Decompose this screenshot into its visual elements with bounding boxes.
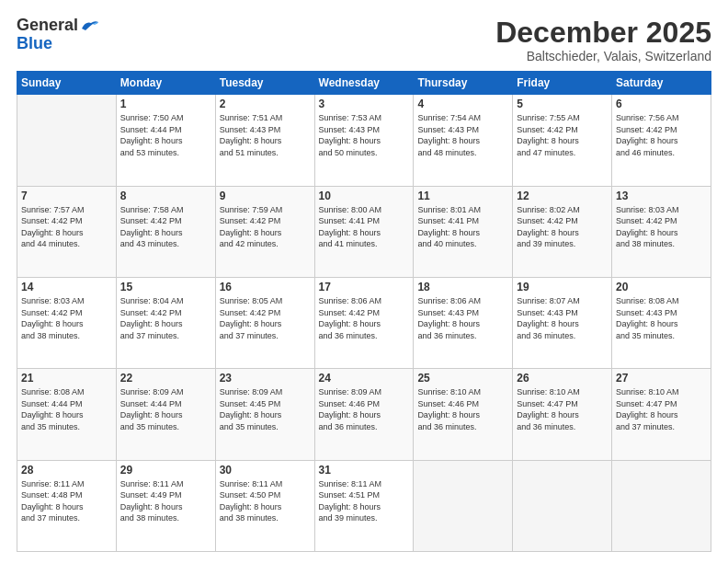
day-number: 19 (517, 281, 608, 293)
day-number: 27 (616, 372, 707, 385)
day-info: Sunrise: 8:00 AM Sunset: 4:41 PM Dayligh… (319, 204, 410, 250)
day-number: 24 (319, 372, 410, 385)
day-number: 8 (120, 190, 211, 202)
calendar-cell: 12Sunrise: 8:02 AM Sunset: 4:42 PM Dayli… (513, 186, 612, 277)
day-info: Sunrise: 8:08 AM Sunset: 4:43 PM Dayligh… (616, 295, 707, 341)
day-number: 30 (220, 464, 311, 477)
calendar-cell: 18Sunrise: 8:06 AM Sunset: 4:43 PM Dayli… (414, 277, 513, 368)
day-number: 22 (120, 372, 211, 385)
day-number: 2 (220, 98, 311, 110)
day-info: Sunrise: 8:08 AM Sunset: 4:44 PM Dayligh… (21, 386, 112, 432)
day-info: Sunrise: 8:09 AM Sunset: 4:45 PM Dayligh… (220, 386, 311, 432)
day-number: 17 (319, 281, 410, 293)
calendar-cell: 2Sunrise: 7:51 AM Sunset: 4:43 PM Daylig… (215, 95, 314, 186)
day-number: 3 (319, 98, 410, 110)
day-info: Sunrise: 8:04 AM Sunset: 4:42 PM Dayligh… (120, 295, 211, 341)
day-info: Sunrise: 8:11 AM Sunset: 4:50 PM Dayligh… (220, 478, 311, 524)
day-info: Sunrise: 7:54 AM Sunset: 4:43 PM Dayligh… (417, 112, 508, 158)
header: General Blue December 2025 Baltschieder,… (17, 17, 711, 63)
day-number: 5 (517, 98, 608, 110)
title-block: December 2025 Baltschieder, Valais, Swit… (495, 17, 711, 63)
calendar-cell (612, 460, 711, 551)
day-info: Sunrise: 7:58 AM Sunset: 4:42 PM Dayligh… (120, 204, 211, 250)
col-header-tuesday: Tuesday (215, 72, 314, 95)
logo-general: General (17, 17, 78, 35)
calendar-cell: 6Sunrise: 7:56 AM Sunset: 4:42 PM Daylig… (612, 95, 711, 186)
day-number: 18 (417, 281, 508, 293)
calendar-cell: 16Sunrise: 8:05 AM Sunset: 4:42 PM Dayli… (215, 277, 314, 368)
calendar-cell: 1Sunrise: 7:50 AM Sunset: 4:44 PM Daylig… (116, 95, 215, 186)
day-info: Sunrise: 8:11 AM Sunset: 4:49 PM Dayligh… (120, 478, 211, 524)
day-number: 4 (417, 98, 508, 110)
calendar-cell: 17Sunrise: 8:06 AM Sunset: 4:42 PM Dayli… (314, 277, 414, 368)
day-info: Sunrise: 8:07 AM Sunset: 4:43 PM Dayligh… (517, 295, 608, 341)
day-number: 14 (21, 281, 112, 293)
day-number: 11 (417, 190, 508, 202)
calendar-cell (414, 460, 513, 551)
day-number: 1 (120, 98, 211, 110)
calendar-cell: 7Sunrise: 7:57 AM Sunset: 4:42 PM Daylig… (17, 186, 117, 277)
day-info: Sunrise: 8:05 AM Sunset: 4:42 PM Dayligh… (220, 295, 311, 341)
col-header-wednesday: Wednesday (314, 72, 414, 95)
calendar-cell: 14Sunrise: 8:03 AM Sunset: 4:42 PM Dayli… (17, 277, 117, 368)
calendar-cell: 4Sunrise: 7:54 AM Sunset: 4:43 PM Daylig… (414, 95, 513, 186)
calendar-cell (513, 460, 612, 551)
day-number: 31 (319, 464, 410, 477)
day-number: 7 (21, 190, 112, 202)
calendar-week-3: 14Sunrise: 8:03 AM Sunset: 4:42 PM Dayli… (17, 277, 711, 368)
calendar-cell: 27Sunrise: 8:10 AM Sunset: 4:47 PM Dayli… (612, 369, 711, 460)
day-info: Sunrise: 7:55 AM Sunset: 4:42 PM Dayligh… (517, 112, 608, 158)
day-info: Sunrise: 7:57 AM Sunset: 4:42 PM Dayligh… (21, 204, 112, 250)
col-header-friday: Friday (513, 72, 612, 95)
calendar-week-5: 28Sunrise: 8:11 AM Sunset: 4:48 PM Dayli… (17, 460, 711, 551)
calendar-week-2: 7Sunrise: 7:57 AM Sunset: 4:42 PM Daylig… (17, 186, 711, 277)
day-info: Sunrise: 8:09 AM Sunset: 4:46 PM Dayligh… (319, 386, 410, 432)
day-info: Sunrise: 8:06 AM Sunset: 4:43 PM Dayligh… (417, 295, 508, 341)
day-info: Sunrise: 8:10 AM Sunset: 4:46 PM Dayligh… (417, 386, 508, 432)
logo-bird-icon (80, 19, 100, 32)
day-number: 23 (220, 372, 311, 385)
logo-blue: Blue (17, 35, 52, 53)
day-info: Sunrise: 8:02 AM Sunset: 4:42 PM Dayligh… (517, 204, 608, 250)
day-info: Sunrise: 8:11 AM Sunset: 4:51 PM Dayligh… (319, 478, 410, 524)
calendar-cell: 19Sunrise: 8:07 AM Sunset: 4:43 PM Dayli… (513, 277, 612, 368)
day-number: 15 (120, 281, 211, 293)
calendar-week-1: 1Sunrise: 7:50 AM Sunset: 4:44 PM Daylig… (17, 95, 711, 186)
calendar-cell: 5Sunrise: 7:55 AM Sunset: 4:42 PM Daylig… (513, 95, 612, 186)
day-number: 10 (319, 190, 410, 202)
day-info: Sunrise: 8:06 AM Sunset: 4:42 PM Dayligh… (319, 295, 410, 341)
calendar-cell: 23Sunrise: 8:09 AM Sunset: 4:45 PM Dayli… (215, 369, 314, 460)
calendar-cell: 15Sunrise: 8:04 AM Sunset: 4:42 PM Dayli… (116, 277, 215, 368)
day-info: Sunrise: 8:03 AM Sunset: 4:42 PM Dayligh… (21, 295, 112, 341)
calendar-cell: 20Sunrise: 8:08 AM Sunset: 4:43 PM Dayli… (612, 277, 711, 368)
location: Baltschieder, Valais, Switzerland (495, 49, 711, 63)
calendar-table: SundayMondayTuesdayWednesdayThursdayFrid… (17, 71, 711, 552)
day-number: 29 (120, 464, 211, 477)
day-number: 21 (21, 372, 112, 385)
day-info: Sunrise: 7:56 AM Sunset: 4:42 PM Dayligh… (616, 112, 707, 158)
calendar-week-4: 21Sunrise: 8:08 AM Sunset: 4:44 PM Dayli… (17, 369, 711, 460)
day-number: 12 (517, 190, 608, 202)
col-header-monday: Monday (116, 72, 215, 95)
col-header-thursday: Thursday (414, 72, 513, 95)
calendar-cell: 9Sunrise: 7:59 AM Sunset: 4:42 PM Daylig… (215, 186, 314, 277)
calendar-cell: 31Sunrise: 8:11 AM Sunset: 4:51 PM Dayli… (314, 460, 414, 551)
col-header-sunday: Sunday (17, 72, 117, 95)
calendar-cell: 3Sunrise: 7:53 AM Sunset: 4:43 PM Daylig… (314, 95, 414, 186)
calendar-cell: 22Sunrise: 8:09 AM Sunset: 4:44 PM Dayli… (116, 369, 215, 460)
day-info: Sunrise: 8:10 AM Sunset: 4:47 PM Dayligh… (616, 386, 707, 432)
calendar-cell: 25Sunrise: 8:10 AM Sunset: 4:46 PM Dayli… (414, 369, 513, 460)
day-number: 25 (417, 372, 508, 385)
day-info: Sunrise: 8:11 AM Sunset: 4:48 PM Dayligh… (21, 478, 112, 524)
calendar-cell: 26Sunrise: 8:10 AM Sunset: 4:47 PM Dayli… (513, 369, 612, 460)
day-info: Sunrise: 7:50 AM Sunset: 4:44 PM Dayligh… (120, 112, 211, 158)
day-info: Sunrise: 7:51 AM Sunset: 4:43 PM Dayligh… (220, 112, 311, 158)
day-number: 9 (220, 190, 311, 202)
day-info: Sunrise: 7:53 AM Sunset: 4:43 PM Dayligh… (319, 112, 410, 158)
day-number: 16 (220, 281, 311, 293)
day-number: 6 (616, 98, 707, 110)
calendar-cell: 10Sunrise: 8:00 AM Sunset: 4:41 PM Dayli… (314, 186, 414, 277)
day-info: Sunrise: 8:03 AM Sunset: 4:42 PM Dayligh… (616, 204, 707, 250)
calendar-header-row: SundayMondayTuesdayWednesdayThursdayFrid… (17, 72, 711, 95)
calendar-cell (17, 95, 117, 186)
